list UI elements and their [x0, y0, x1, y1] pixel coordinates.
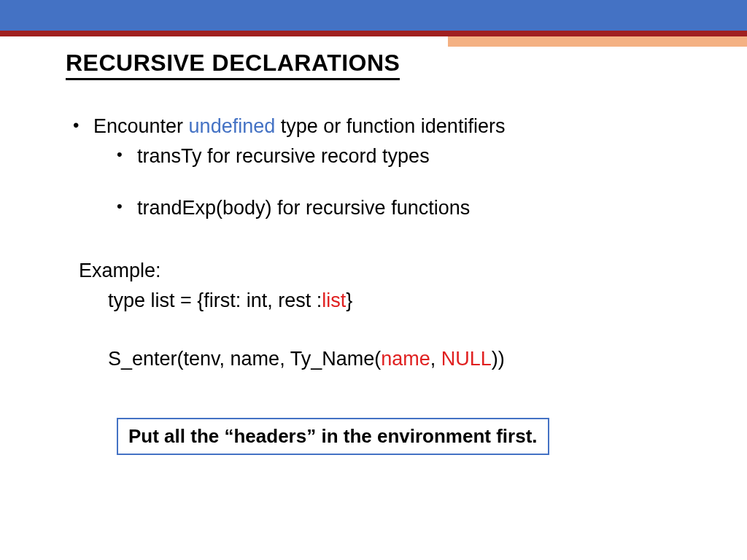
example-type-line: type list = {first: int, rest :list} — [108, 286, 681, 316]
example-section: Example: type list = {first: int, rest :… — [79, 256, 681, 374]
bullet-sub-2: trandExp(body) for recursive functions — [137, 197, 681, 219]
example-line3-mid: , — [430, 348, 441, 370]
bullet-text-suffix: type or function identifiers — [275, 115, 505, 137]
example-call-line: S_enter(tenv, name, Ty_Name(name, NULL)) — [108, 344, 681, 374]
bullet-sub-1: transTy for recursive record types — [137, 145, 681, 168]
header-blue-bar — [0, 0, 747, 31]
header-red-bar — [0, 31, 747, 36]
example-line3-hl2: NULL — [441, 348, 492, 370]
example-line2-suffix: } — [346, 289, 352, 311]
example-label: Example: — [79, 256, 681, 286]
callout-box: Put all the “headers” in the environment… — [117, 418, 549, 455]
example-line3-suffix: )) — [492, 348, 505, 370]
bullet-text-prefix: Encounter — [93, 115, 189, 137]
bullet-main-1: Encounter undefined type or function ide… — [93, 115, 681, 138]
example-line3-hl1: name — [381, 348, 430, 370]
example-line2-highlight: list — [322, 289, 346, 311]
slide-content: RECURSIVE DECLARATIONS Encounter undefin… — [0, 36, 747, 455]
example-line2-prefix: type list = {first: int, rest : — [108, 289, 322, 311]
slide-title: RECURSIVE DECLARATIONS — [66, 50, 400, 80]
bullet-text-highlight: undefined — [189, 115, 276, 137]
example-line3-prefix: S_enter(tenv, name, Ty_Name( — [108, 348, 381, 370]
spacer — [66, 175, 681, 197]
